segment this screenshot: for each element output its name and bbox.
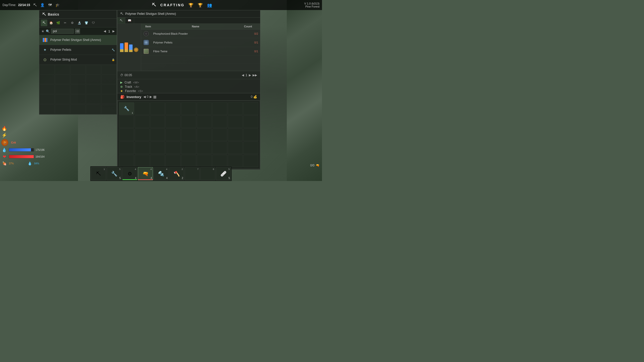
inv-slot-26[interactable]	[243, 128, 258, 141]
inv-slot-6[interactable]	[212, 102, 227, 115]
favorite-button[interactable]: ★ Favorite <S>	[120, 89, 257, 93]
inv-slot-1[interactable]	[135, 102, 150, 115]
craft-qty-decrease[interactable]: ◀	[242, 73, 244, 77]
detail-header: ⛏ Polymer Pellet Shotgun Shell (Ammo)	[117, 10, 260, 18]
empty-slot-2	[70, 65, 86, 74]
inv-slot-34[interactable]	[228, 142, 243, 154]
track-button[interactable]: ⊕ Track <A>	[120, 85, 257, 88]
inv-slot-40[interactable]	[181, 155, 196, 167]
person-icon[interactable]: 👤	[40, 2, 45, 8]
hotbar-slot-8[interactable]: 5 🩹 5	[216, 167, 231, 180]
status-row-food-water: 🍖 37% 💧 84%	[1, 160, 51, 166]
hotbar-slot-2[interactable]: 4 ⚙ 4	[122, 167, 137, 180]
inv-slot-31[interactable]	[181, 142, 196, 154]
inv-slot-0[interactable]: 🔧 1	[119, 102, 134, 115]
search-input[interactable]	[51, 29, 74, 34]
inv-slot-19[interactable]	[135, 128, 150, 141]
cat-tab-plant[interactable]: 🌿	[55, 20, 61, 26]
favorite-star-icon[interactable]: ★	[41, 29, 45, 33]
recipe-item-2[interactable]: ⊙ Polymer String Mod 🔒	[39, 55, 117, 65]
output-slot-4	[101, 105, 116, 114]
hotbar-slot-3[interactable]: 4 🔫 4	[138, 167, 153, 180]
inv-slot-22[interactable]	[181, 128, 196, 141]
inv-slot-41[interactable]	[197, 155, 212, 167]
inv-slot-9[interactable]	[119, 115, 134, 128]
inv-slot-37[interactable]	[135, 155, 150, 167]
cat-tab-shirt[interactable]: 👕	[83, 20, 90, 26]
inv-slot-12[interactable]	[166, 115, 181, 128]
qty-decrease-button[interactable]: ◀	[104, 29, 106, 33]
craft-qty-increase[interactable]: ▶	[249, 73, 251, 77]
inv-slot-36[interactable]	[119, 155, 134, 167]
hotbar-slot-count-5: 2	[182, 177, 183, 179]
inv-slot-23[interactable]	[197, 128, 212, 141]
inv-slot-16[interactable]	[228, 115, 243, 128]
cat-tab-gear[interactable]: ⚙	[69, 20, 75, 26]
cat-tab-all[interactable]: ⛏	[41, 20, 47, 26]
inv-slot-32[interactable]	[197, 142, 212, 154]
inventory-money: 0 💰	[251, 95, 257, 99]
hotbar-slot-7[interactable]: 8	[200, 167, 215, 180]
hotbar-slot-1[interactable]: 5 🔧 5	[107, 167, 122, 180]
skills-icon[interactable]: 🎓	[55, 2, 60, 8]
cat-tab-flask[interactable]: 🔬	[76, 20, 83, 26]
craft-button[interactable]: ▶ Craft <W>	[120, 81, 257, 84]
track-key: <A>	[134, 85, 139, 88]
inv-slot-2[interactable]	[150, 102, 165, 115]
inv-next-button[interactable]: ▶	[150, 95, 152, 99]
inv-slot-44[interactable]	[243, 155, 258, 167]
empty-slot-4	[101, 65, 116, 74]
inv-slot-3[interactable]	[166, 102, 181, 115]
inv-slot-8[interactable]	[243, 102, 258, 115]
inv-slot-39[interactable]	[166, 155, 181, 167]
inv-slot-28[interactable]	[135, 142, 150, 154]
inv-slot-13[interactable]	[181, 115, 196, 128]
inv-slot-42[interactable]	[212, 155, 227, 167]
hotbar-slot-icon-2: ⚙	[128, 171, 132, 177]
map-icon[interactable]: 🗺	[47, 2, 53, 8]
inv-slot-4[interactable]	[181, 102, 196, 115]
hotbar-slot-0[interactable]: 1 ⛏	[91, 167, 106, 180]
detail-tab-book[interactable]: 📖	[125, 18, 134, 23]
inv-slot-24[interactable]	[212, 128, 227, 141]
cat-tab-scissors[interactable]: ✂	[62, 20, 68, 26]
inv-slot-25[interactable]	[228, 128, 243, 141]
inv-slot-33[interactable]	[212, 142, 227, 154]
hotbar-slot-5[interactable]: 2 🪓 2	[169, 167, 184, 180]
health-current: 164	[35, 155, 40, 158]
detail-tab-recipe[interactable]: ⛏	[117, 18, 125, 23]
inv-slot-17[interactable]	[243, 115, 258, 128]
inv-slot-18[interactable]	[119, 128, 134, 141]
inv-slot-11[interactable]	[150, 115, 165, 128]
quantity-control: ◀ 1 ▶	[104, 29, 115, 33]
tools-icon[interactable]: ⛏	[32, 2, 38, 8]
inv-slot-38[interactable]	[150, 155, 165, 167]
clear-search-button[interactable]: ⌫	[75, 29, 80, 34]
inv-slot-35[interactable]	[243, 142, 258, 154]
craft-qty-max[interactable]: ▶▶	[253, 73, 257, 77]
recipe-item-1[interactable]: ✦ Polymer Pellets 🔧	[39, 45, 117, 55]
inv-slot-21[interactable]	[166, 128, 181, 141]
inventory-page: 0	[147, 95, 149, 99]
cat-tab-shield[interactable]: 🛡	[90, 20, 97, 26]
qty-increase-button[interactable]: ▶	[112, 29, 115, 33]
inv-slot-7[interactable]	[228, 102, 243, 115]
inv-slot-27[interactable]	[119, 142, 134, 154]
cat-tab-home[interactable]: 🏠	[48, 20, 54, 26]
hotbar-slot-4[interactable]: 4 🔩 4	[153, 167, 169, 180]
ingredient-row-0: Phosphorized Black Powder 0/2	[141, 29, 260, 38]
inv-slot-30[interactable]	[166, 142, 181, 154]
inv-slot-14[interactable]	[197, 115, 212, 128]
inv-slot-29[interactable]	[150, 142, 165, 154]
inv-slot-5[interactable]	[197, 102, 212, 115]
hotbar-ammo-bar-2	[123, 179, 137, 180]
inv-grid-icon[interactable]: ▦	[153, 95, 156, 99]
stone-bg-right	[287, 0, 322, 181]
inv-slot-20[interactable]	[150, 128, 165, 141]
inv-slot-10[interactable]	[135, 115, 150, 128]
inv-slot-15[interactable]	[212, 115, 227, 128]
recipe-item-0[interactable]: Polymer Pellet Shotgun Shell (Ammo)	[39, 35, 117, 45]
inv-slot-43[interactable]	[228, 155, 243, 167]
inv-prev-button[interactable]: ◀	[143, 95, 146, 99]
hotbar-slot-6[interactable]: 7	[185, 167, 200, 180]
